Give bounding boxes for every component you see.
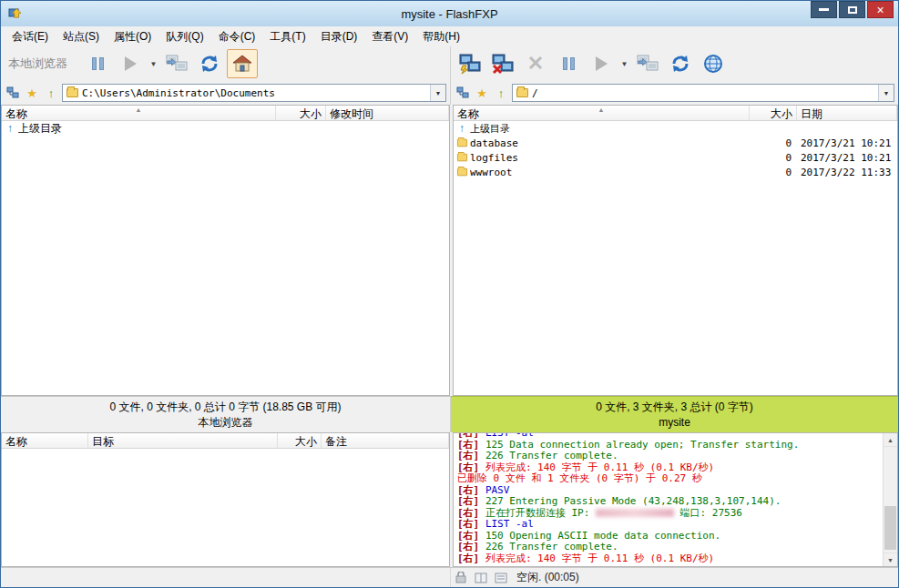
remote-list-header: 名称 ▲ 大小 日期	[454, 106, 897, 121]
parent-dir-row[interactable]: ↑上级目录	[2, 121, 449, 136]
remote-path-combo[interactable]: / ▼	[512, 84, 894, 102]
pause-icon	[92, 57, 104, 70]
local-transfer-button[interactable]	[161, 49, 192, 78]
remote-pause-button[interactable]	[553, 49, 584, 78]
globe-button[interactable]	[698, 49, 729, 78]
folder-icon	[66, 88, 78, 97]
menu-item[interactable]: 属性(O)	[107, 27, 158, 46]
lock-icon	[452, 571, 470, 585]
remote-refresh-button[interactable]	[665, 49, 696, 78]
log-text: LIST -al	[485, 518, 534, 530]
queue-list-body[interactable]	[2, 449, 449, 566]
menu-item[interactable]: 会话(E)	[5, 27, 56, 46]
log-lines: [右] LIST -al[右] 125 Data connection alre…	[457, 433, 883, 564]
log-text: 正在打开数据连接 IP:	[485, 507, 596, 519]
local-status-summary: 0 文件, 0 文件夹, 0 总计 0 字节 (18.85 GB 可用) 本地浏…	[1, 396, 451, 432]
log-scrollbar[interactable]: ▲ ▼	[883, 433, 897, 566]
connect-icon	[458, 53, 482, 75]
connect-button[interactable]	[455, 49, 485, 78]
local-path-value[interactable]: C:\Users\Administrator\Documents	[82, 87, 430, 99]
menu-item[interactable]: 命令(C)	[211, 27, 263, 46]
local-col-date[interactable]: 修改时间	[326, 106, 449, 120]
local-col-size[interactable]: 大小	[276, 106, 326, 120]
disconnect-button[interactable]	[487, 49, 518, 78]
log-prefix: [右]	[457, 530, 485, 542]
queue-col-size[interactable]: 大小	[278, 433, 322, 448]
log-text: 227 Entering Passive Mode (43,248,138,3,…	[485, 495, 782, 507]
remote-site-tree-icon[interactable]	[455, 85, 471, 101]
local-home-button[interactable]	[227, 49, 258, 78]
queue-col-note[interactable]: 备注	[322, 433, 449, 448]
remote-file-list-body[interactable]: ↑上级目录database02017/3/21 10:21logfiles020…	[454, 121, 897, 395]
transfer-icon	[637, 54, 659, 74]
log-line: [右] 列表完成: 140 字节 于 0.11 秒 (0.1 KB/秒)	[457, 553, 883, 565]
local-path-combo[interactable]: C:\Users\Administrator\Documents ▼	[62, 84, 446, 102]
remote-up-dir-icon[interactable]: ↑	[493, 85, 509, 101]
file-name: 上级目录	[470, 122, 750, 136]
refresh-icon	[670, 54, 690, 74]
remote-col-name[interactable]: 名称 ▲	[454, 106, 750, 120]
remote-col-size[interactable]: 大小	[750, 106, 797, 120]
local-favorites-icon[interactable]: ★	[24, 85, 40, 101]
local-up-dir-icon[interactable]: ↑	[43, 85, 59, 101]
local-play-button[interactable]	[115, 49, 146, 78]
status-row: 0 文件, 0 文件夹, 0 总计 0 字节 (18.85 GB 可用) 本地浏…	[1, 396, 898, 432]
remote-play-dropdown[interactable]: ▼	[618, 49, 630, 78]
file-row[interactable]: database02017/3/21 10:21	[454, 136, 897, 150]
local-refresh-button[interactable]	[194, 49, 225, 78]
folder-icon	[516, 88, 528, 97]
local-col-name[interactable]: 名称 ▲	[2, 106, 276, 120]
up-dir-icon: ↑	[2, 122, 18, 135]
menu-item[interactable]: 查看(V)	[364, 27, 415, 46]
scroll-thumb[interactable]	[884, 506, 896, 550]
local-list-header: 名称 ▲ 大小 修改时间	[2, 106, 449, 121]
log-text: 226 Transfer complete.	[485, 541, 618, 553]
parent-dir-row[interactable]: ↑上级目录	[454, 121, 897, 136]
queue-col-target[interactable]: 目标	[88, 433, 278, 448]
queue-col-name[interactable]: 名称	[2, 433, 88, 448]
folder-icon	[454, 167, 470, 177]
log-line: 已删除 0 文件 和 1 文件夹 (0 字节) 于 0.27 秒	[457, 473, 883, 485]
menubar: 会话(E)站点(S)属性(O)队列(Q)命令(C)工具(T)目录(D)查看(V)…	[1, 26, 898, 46]
home-icon	[232, 54, 252, 74]
globe-icon	[703, 54, 723, 74]
local-file-list-body[interactable]: ↑上级目录	[2, 121, 449, 395]
log-viewport[interactable]: [右] LIST -al[右] 125 Data connection alre…	[454, 433, 883, 566]
log-prefix: [右]	[457, 553, 485, 564]
local-pause-button[interactable]	[82, 49, 113, 78]
remote-transfer-button[interactable]	[632, 49, 663, 78]
remote-favorites-icon[interactable]: ★	[474, 85, 490, 101]
local-path-dropdown[interactable]: ▼	[430, 85, 445, 101]
titlebar[interactable]: mysite - FlashFXP ×	[1, 1, 898, 26]
local-play-dropdown[interactable]: ▼	[148, 49, 159, 78]
window-title: mysite - FlashFXP	[1, 7, 898, 21]
remote-col-date[interactable]: 日期	[797, 106, 897, 120]
scroll-down-icon[interactable]: ▼	[884, 553, 897, 566]
file-row[interactable]: logfiles02017/3/21 10:21	[454, 150, 897, 165]
abort-icon: ✕	[527, 54, 544, 74]
menu-item[interactable]: 工具(T)	[262, 27, 312, 46]
statusbar-spacer	[1, 568, 451, 587]
local-site-tree-icon[interactable]	[5, 85, 21, 101]
remote-path-dropdown[interactable]: ▼	[878, 85, 894, 101]
file-row[interactable]: wwwroot02017/3/22 11:33	[454, 165, 897, 179]
queue-pane: 名称 目标 大小 备注	[1, 432, 450, 567]
pause-icon	[563, 57, 575, 70]
file-date: 2017/3/21 10:21	[797, 137, 897, 149]
bottom-row: 名称 目标 大小 备注 [右] LIST -al[右] 125 Data con…	[1, 432, 898, 567]
file-name: database	[470, 137, 750, 149]
menu-item[interactable]: 队列(Q)	[158, 27, 210, 46]
local-file-pane: 名称 ▲ 大小 修改时间 ↑上级目录	[1, 105, 450, 396]
remote-path-value[interactable]: /	[532, 87, 878, 99]
file-date: 2017/3/21 10:21	[797, 152, 897, 164]
scroll-up-icon[interactable]: ▲	[884, 433, 897, 447]
play-icon	[125, 56, 137, 71]
remote-play-button[interactable]	[586, 49, 617, 78]
abort-button[interactable]: ✕	[520, 49, 551, 78]
panel-view-icon[interactable]	[472, 571, 490, 585]
up-dir-icon: ↑	[454, 122, 470, 135]
menu-item[interactable]: 目录(D)	[313, 27, 365, 46]
menu-item[interactable]: 帮助(H)	[415, 27, 467, 46]
queue-mode-icon[interactable]	[492, 571, 510, 585]
menu-item[interactable]: 站点(S)	[56, 27, 107, 46]
